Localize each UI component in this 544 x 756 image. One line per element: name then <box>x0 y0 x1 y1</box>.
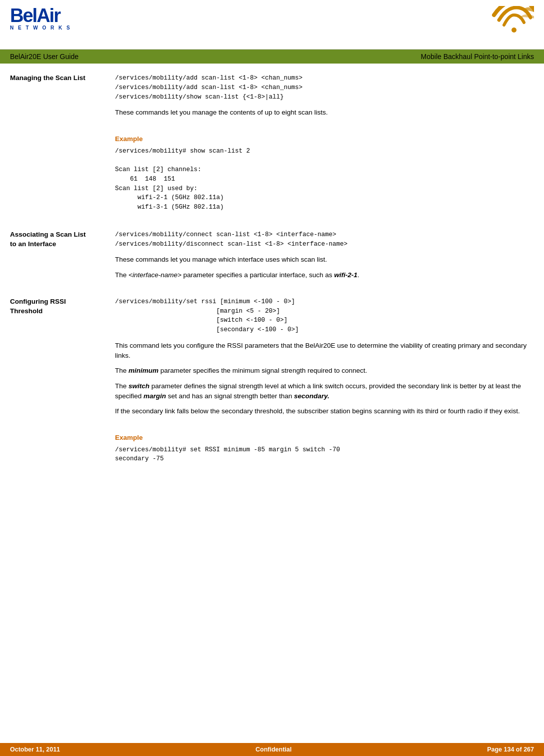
svg-point-0 <box>512 28 516 33</box>
section-label-associating: Associating a Scan List to an Interface <box>10 230 115 285</box>
title-bar: BelAir20E User Guide Mobile Backhaul Poi… <box>0 50 544 64</box>
title-bar-left: BelAir20E User Guide <box>10 53 78 61</box>
para-rssi-2: The minimum parameter specifies the mini… <box>115 366 534 376</box>
para-associating-1: These commands let you manage which inte… <box>115 255 534 265</box>
para-rssi-4: If the secondary link falls below the se… <box>115 406 534 416</box>
code-block-associating-1: /services/mobility/connect scan-list <1-… <box>115 230 534 249</box>
footer-left: October 11, 2011 <box>10 746 60 753</box>
section-body-rssi: /services/mobility/set rssi [minimum <-1… <box>115 297 534 470</box>
para-managing-1: These commands let you manage the conten… <box>115 108 534 118</box>
section-label-managing: Managing the Scan List <box>10 74 115 218</box>
code-block-rssi-1: /services/mobility/set rssi [minimum <-1… <box>115 297 534 335</box>
footer-center: Confidential <box>60 746 487 753</box>
section-body-managing: /services/mobility/add scan-list <1-8> <… <box>115 74 534 218</box>
main-content: Managing the Scan List /services/mobilit… <box>0 64 544 492</box>
footer-right: Page 134 of 267 <box>487 746 534 753</box>
para-associating-2: The <interface-name> parameter specifies… <box>115 270 534 280</box>
logo-area: BelAir N E T W O R K S <box>10 6 72 31</box>
section-associating: Associating a Scan List to an Interface … <box>10 230 534 285</box>
title-bar-right: Mobile Backhaul Point-to-point Links <box>421 53 534 61</box>
code-block-managing-example: /services/mobility# show scan-list 2 Sca… <box>115 147 534 212</box>
footer: October 11, 2011 Confidential Page 134 o… <box>0 743 544 756</box>
page-header: BelAir N E T W O R K S <box>0 0 544 50</box>
section-body-associating: /services/mobility/connect scan-list <1-… <box>115 230 534 285</box>
footer-wrapper: October 11, 2011 Confidential Page 134 o… <box>0 745 544 756</box>
example-label-1: Example <box>115 134 534 145</box>
logo-icon <box>489 6 534 45</box>
code-block-managing-1: /services/mobility/add scan-list <1-8> <… <box>115 74 534 102</box>
section-managing-scan-list: Managing the Scan List /services/mobilit… <box>10 74 534 218</box>
para-rssi-3: The switch parameter defines the signal … <box>115 381 534 402</box>
para-rssi-1: This command lets you configure the RSSI… <box>115 341 534 361</box>
logo-networks: N E T W O R K S <box>10 25 72 31</box>
code-block-rssi-example: /services/mobility# set RSSI minimum -85… <box>115 445 534 464</box>
example-label-2: Example <box>115 432 534 443</box>
section-rssi: Configuring RSSI Threshold /services/mob… <box>10 297 534 470</box>
logo-text: BelAir <box>10 6 60 25</box>
section-label-rssi: Configuring RSSI Threshold <box>10 297 115 470</box>
